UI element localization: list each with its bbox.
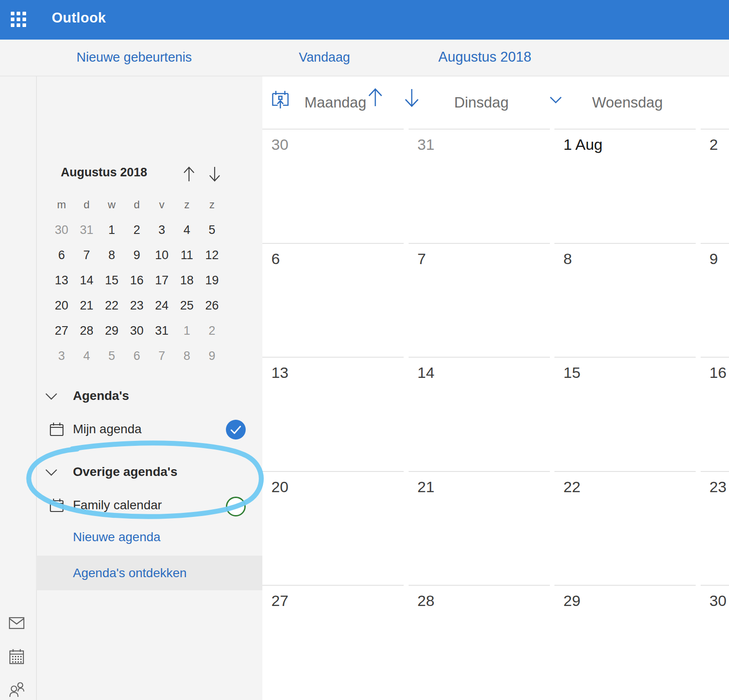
mini-day[interactable]: 30 [49,217,74,242]
calendar-day-cell[interactable]: 27 [262,585,404,700]
mini-day[interactable]: 12 [199,242,225,268]
day-number: 31 [418,136,435,153]
family-calendar-selected-toggle[interactable] [226,497,246,516]
weekday-header: Woensdag [554,76,701,129]
mini-day-header: z [174,192,199,217]
calendar-day-cell[interactable]: 8 [554,243,696,357]
calendar-day-cell[interactable]: 31 [409,129,550,243]
mini-day[interactable]: 21 [74,293,99,318]
other-calendars-section-title[interactable]: Overige agenda's [73,465,177,479]
my-calendars-section-title[interactable]: Agenda's [73,389,129,403]
mini-day[interactable]: 31 [74,217,99,242]
mini-day[interactable]: 29 [99,318,124,343]
mini-day[interactable]: 10 [149,242,175,268]
mini-day[interactable]: 23 [124,293,149,318]
mini-day[interactable]: 19 [199,268,225,293]
calendar-item-family-calendar[interactable]: Family calendar [73,498,162,512]
mini-day[interactable]: 11 [174,242,199,268]
mini-day[interactable]: 6 [49,242,74,268]
period-selector[interactable]: Augustus 2018 [438,49,531,65]
calendar-day-cell[interactable]: 7 [409,243,550,357]
calendar-day-cell[interactable]: 23 [701,471,729,585]
mini-prev-month-arrow-icon[interactable] [181,166,197,183]
month-grid: 30311 Aug26789131415162021222327282930 [262,129,729,700]
day-number: 23 [710,478,727,495]
mini-day[interactable]: 3 [49,343,74,368]
calendar-icon [49,497,65,513]
day-number: 29 [563,592,580,609]
mini-next-month-arrow-icon[interactable] [207,166,222,183]
mini-day[interactable]: 25 [174,293,199,318]
calendar-day-cell[interactable]: 16 [701,357,729,471]
mini-day-header: w [99,192,124,217]
mini-day[interactable]: 18 [174,268,199,293]
mijn-agenda-selected-toggle[interactable] [226,420,246,440]
mini-day[interactable]: 5 [199,217,225,242]
calendar-day-cell[interactable]: 29 [554,585,696,700]
mini-day[interactable]: 3 [149,217,175,242]
mini-day[interactable]: 2 [124,217,149,242]
outlook-calendar-app: Outlook Nieuwe gebeurtenis Vandaag Augus… [0,0,729,700]
calendar-item-mijn-agenda[interactable]: Mijn agenda [73,422,142,436]
mini-day[interactable]: 30 [124,318,149,343]
calendar-day-cell[interactable]: 2 [701,129,729,243]
mini-day[interactable]: 13 [49,268,74,293]
mini-day[interactable]: 7 [74,242,99,268]
calendar-day-cell[interactable]: 9 [701,243,729,357]
mini-day[interactable]: 1 [174,318,199,343]
weekday-header: Dinsdag [409,76,555,129]
today-button[interactable]: Vandaag [299,50,350,65]
app-launcher-waffle-icon[interactable] [11,12,28,28]
day-number: 14 [418,364,435,381]
mail-module-icon[interactable] [9,615,25,631]
mini-day[interactable]: 26 [199,293,225,318]
mini-day[interactable]: 5 [99,343,124,368]
mini-calendar-grid: mdwdvzz303112345678910111213141516171819… [49,192,225,368]
calendar-day-cell[interactable]: 28 [409,585,550,700]
calendar-day-cell[interactable]: 1 Aug [554,129,696,243]
new-calendar-link[interactable]: Nieuwe agenda [73,530,161,544]
discover-calendars-row[interactable]: Agenda's ontdekken [36,556,262,590]
mini-day[interactable]: 28 [74,318,99,343]
mini-day[interactable]: 31 [149,318,175,343]
mini-day[interactable]: 1 [99,217,124,242]
mini-day[interactable]: 22 [99,293,124,318]
calendar-day-cell[interactable]: 14 [409,357,550,471]
day-number: 8 [563,250,572,267]
mini-day[interactable]: 16 [124,268,149,293]
mini-day[interactable]: 8 [99,242,124,268]
mini-day[interactable]: 4 [74,343,99,368]
calendar-day-cell[interactable]: 6 [262,243,404,357]
calendar-day-cell[interactable]: 15 [554,357,696,471]
calendar-day-cell[interactable]: 13 [262,357,404,471]
mini-day-header: d [74,192,99,217]
new-event-button[interactable]: Nieuwe gebeurtenis [76,50,192,65]
people-module-icon[interactable] [9,681,26,698]
day-number: 6 [271,250,280,267]
mini-day[interactable]: 6 [124,343,149,368]
collapse-other-calendars-chevron-icon[interactable] [45,469,58,476]
mini-day[interactable]: 14 [74,268,99,293]
mini-day[interactable]: 27 [49,318,74,343]
calendar-day-cell[interactable]: 20 [262,471,404,585]
calendar-module-icon[interactable] [9,648,25,665]
mini-day[interactable]: 20 [49,293,74,318]
mini-day[interactable]: 17 [149,268,175,293]
mini-day[interactable]: 9 [199,343,225,368]
mini-day[interactable]: 7 [149,343,175,368]
mini-day[interactable]: 15 [99,268,124,293]
calendar-day-cell[interactable]: 30 [701,585,729,700]
calendar-day-cell[interactable]: 30 [262,129,404,243]
mini-day[interactable]: 24 [149,293,175,318]
day-number: 30 [271,136,288,153]
mini-day[interactable]: 4 [174,217,199,242]
mini-day[interactable]: 9 [124,242,149,268]
mini-day-header: d [124,192,149,217]
calendar-day-cell[interactable]: 21 [409,471,550,585]
collapse-my-calendars-chevron-icon[interactable] [45,393,58,400]
mini-day[interactable]: 8 [174,343,199,368]
discover-calendars-link[interactable]: Agenda's ontdekken [73,566,187,580]
calendar-day-cell[interactable]: 22 [554,471,696,585]
mini-day[interactable]: 2 [199,318,225,343]
rail-divider [36,76,37,700]
